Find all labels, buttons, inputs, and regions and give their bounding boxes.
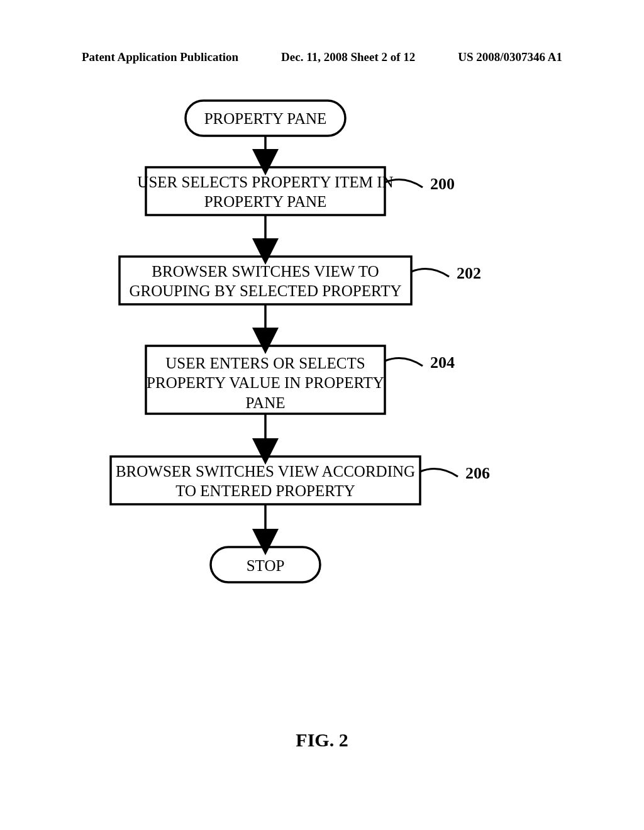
ref-206: 206: [465, 464, 490, 483]
page-header: Patent Application Publication Dec. 11, …: [0, 50, 644, 64]
header-date: Dec. 11, 2008 Sheet 2 of 12: [281, 50, 415, 64]
header-pubnum: US 2008/0307346 A1: [458, 50, 562, 64]
flowchart-diagram: PROPERTY PANE USER SELECTS PROPERTY ITEM…: [0, 94, 644, 673]
step-200-label: USER SELECTS PROPERTY ITEM IN PROPERTY P…: [133, 172, 397, 212]
ref-200: 200: [430, 175, 455, 194]
stop-node-label: STOP: [211, 556, 320, 575]
start-node-label: PROPERTY PANE: [186, 109, 345, 128]
step-204-label: USER ENTERS OR SELECTS PROPERTY VALUE IN…: [133, 353, 397, 412]
ref-204: 204: [430, 353, 455, 372]
ref-202: 202: [457, 264, 481, 283]
step-206-label: BROWSER SWITCHES VIEW ACCORDING TO ENTER…: [111, 462, 420, 501]
figure-label: FIG. 2: [0, 729, 644, 751]
step-202-label: BROWSER SWITCHES VIEW TO GROUPING BY SEL…: [119, 262, 411, 301]
header-pubtype: Patent Application Publication: [82, 50, 238, 64]
page: Patent Application Publication Dec. 11, …: [0, 0, 644, 830]
